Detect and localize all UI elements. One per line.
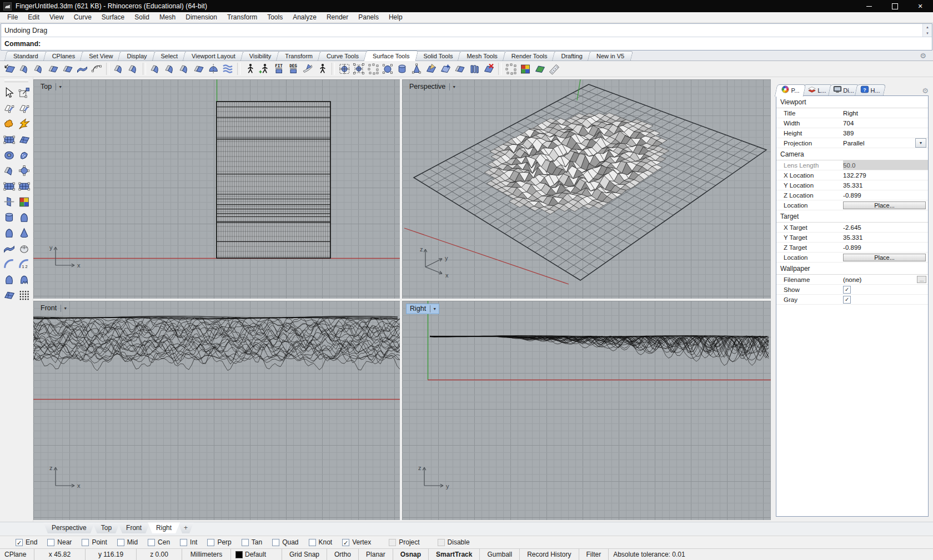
status-pane-ortho[interactable]: Ortho [327, 549, 359, 560]
point-deviation-person-icon[interactable] [315, 62, 329, 76]
osnap-checkbox-perp[interactable] [207, 539, 214, 546]
prop-value[interactable]: 35.331 [843, 180, 928, 190]
offset-both-sides-icon[interactable] [453, 62, 467, 76]
menu-file[interactable]: File [2, 12, 23, 22]
toolbar-tab-curve-tools[interactable]: Curve Tools [319, 51, 367, 60]
menu-help[interactable]: Help [384, 12, 408, 22]
merge-surface-icon[interactable] [75, 62, 89, 76]
sweep-1-rail-icon[interactable] [112, 62, 126, 76]
loft-surface-icon[interactable] [220, 62, 235, 76]
fillet-options-icon[interactable]: 1 2 [17, 256, 32, 271]
patch-surface-icon[interactable] [337, 62, 352, 76]
add-viewport-tab[interactable]: + [178, 522, 194, 533]
change-degree-icon[interactable]: DEG [286, 62, 300, 76]
revolve-surface-icon[interactable] [206, 62, 220, 76]
status-units[interactable]: Millimeters [182, 549, 231, 560]
extend-surface-icon[interactable] [3, 62, 17, 76]
osnap-point[interactable]: Point [82, 538, 107, 546]
diamond-surface-icon[interactable] [17, 163, 32, 178]
status-pane-smarttrack[interactable]: SmartTrack [429, 549, 480, 560]
viewport-top-canvas[interactable]: yx [33, 79, 400, 299]
status-cplane[interactable]: CPlane [0, 549, 34, 560]
osnap-checkbox-project[interactable] [389, 539, 396, 546]
osnap-checkbox-vertex[interactable]: ✓ [342, 539, 349, 546]
menu-curve[interactable]: Curve [69, 12, 97, 22]
refit-surface-icon[interactable] [352, 62, 366, 76]
minimize-button[interactable] [856, 0, 882, 12]
osnap-perp[interactable]: Perp [207, 538, 231, 546]
tween-surface-icon[interactable] [177, 62, 192, 76]
osnap-vertex[interactable]: ✓Vertex [342, 538, 371, 546]
menu-render[interactable]: Render [322, 12, 353, 22]
surface-edit-icon[interactable] [424, 62, 438, 76]
toolbar-tab-new-in-v5[interactable]: New in V5 [589, 51, 632, 60]
toolbar-tab-render-tools[interactable]: Render Tools [504, 51, 555, 60]
viewport-right-label[interactable]: Right ▼ [406, 304, 439, 314]
finger-blob-icon[interactable] [2, 272, 17, 287]
prop-value[interactable]: (none) [843, 275, 917, 284]
osnap-checkbox-near[interactable] [47, 539, 54, 546]
drape-person-icon[interactable] [243, 62, 257, 76]
blob-solid-icon[interactable] [17, 210, 32, 225]
control-points-off-icon[interactable] [17, 101, 32, 116]
menu-solid[interactable]: Solid [129, 12, 154, 22]
explode-icon[interactable] [17, 117, 32, 132]
curved-surface-icon[interactable] [2, 163, 17, 178]
render-mesh-colors-icon[interactable] [518, 62, 533, 76]
status-pane-record-history[interactable]: Record History [520, 549, 579, 560]
osnap-checkbox-end[interactable]: ✓ [16, 539, 23, 546]
osnap-checkbox-point[interactable] [82, 539, 89, 546]
scroll-down-icon[interactable]: ▼ [923, 31, 932, 37]
viewport-tab-right[interactable]: Right [148, 522, 180, 533]
cylinder-solid-icon[interactable] [2, 210, 17, 225]
osnap-checkbox-knot[interactable] [309, 539, 316, 546]
viewport-top-label[interactable]: Top ▼ [37, 82, 64, 92]
offset-surface-icon[interactable] [46, 62, 61, 76]
toolbar-tab-drafting[interactable]: Drafting [553, 51, 590, 60]
place-button[interactable]: Place... [843, 254, 926, 261]
menu-view[interactable]: View [44, 12, 69, 22]
status-pane-grid-snap[interactable]: Grid Snap [282, 549, 327, 560]
fillet-arc-icon[interactable] [2, 256, 17, 271]
cone-solid-icon[interactable] [17, 225, 32, 240]
osnap-cen[interactable]: Cen [148, 538, 170, 546]
osnap-checkbox-int[interactable] [180, 539, 187, 546]
shaded-sheet-icon[interactable] [533, 62, 547, 76]
osnap-checkbox-disable[interactable] [438, 539, 445, 546]
checkbox-show[interactable]: ✓ [843, 286, 851, 294]
join-puzzle-icon[interactable] [2, 117, 17, 132]
scroll-up-icon[interactable]: ▲ [923, 24, 932, 31]
viewport-tab-top[interactable]: Top [93, 522, 120, 533]
status-pane-gumball[interactable]: Gumball [480, 549, 520, 560]
prop-value[interactable]: Right [843, 108, 928, 118]
rect-plane-icon[interactable] [2, 287, 17, 302]
prop-value[interactable]: -2.645 [843, 223, 928, 232]
viewport-tab-perspective[interactable]: Perspective [43, 522, 95, 533]
heightfield-person-icon[interactable] [257, 62, 272, 76]
status-pane-osnap[interactable]: Osnap [393, 549, 429, 560]
control-points-on-icon[interactable] [2, 101, 17, 116]
knot-dots-icon[interactable] [504, 62, 518, 76]
extrude-to-point-icon[interactable] [409, 62, 424, 76]
vertical-slab-icon[interactable] [2, 194, 17, 209]
osnap-project[interactable]: Project [389, 538, 419, 546]
status-pane-planar[interactable]: Planar [359, 549, 393, 560]
viewport-right-canvas[interactable]: zy [402, 301, 771, 520]
toolbar-tab-cplanes[interactable]: CPlanes [44, 51, 83, 60]
toolbar-options-gear-icon[interactable]: ⚙ [920, 51, 926, 60]
blend-surface-icon[interactable] [32, 62, 46, 76]
browse-button[interactable]: ... [917, 276, 926, 283]
match-surface-icon[interactable] [148, 62, 163, 76]
pointer-tool-icon[interactable] [2, 85, 17, 100]
osnap-mid[interactable]: Mid [117, 538, 138, 546]
osnap-disable[interactable]: Disable [438, 538, 470, 546]
toolbar-tab-visibility[interactable]: Visibility [242, 51, 279, 60]
menu-panels[interactable]: Panels [353, 12, 384, 22]
status-pane-filter[interactable]: Filter [579, 549, 609, 560]
dropdown-arrow-icon[interactable]: ▼ [915, 138, 926, 148]
drape-cloth-icon[interactable] [17, 272, 32, 287]
fit-surface-icon[interactable]: FIT [272, 62, 286, 76]
toolbar-tab-viewport-layout[interactable]: Viewport Layout [184, 51, 243, 60]
adjustable-blend-icon[interactable] [89, 62, 104, 76]
prop-value[interactable]: Parallel [843, 138, 915, 148]
